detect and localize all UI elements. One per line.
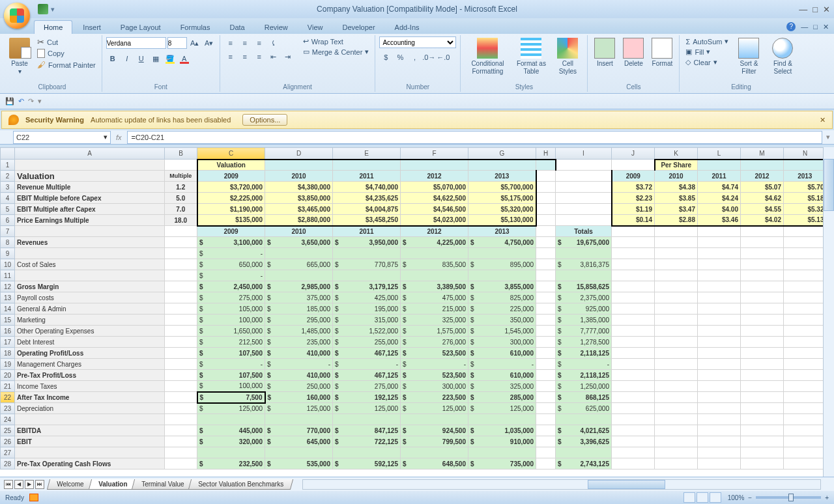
cell-G13[interactable]: $825,000	[468, 292, 536, 303]
cell-E25[interactable]: $847,125	[333, 425, 401, 436]
border-button[interactable]: ▦	[149, 52, 162, 65]
row-header-5[interactable]: 5	[1, 204, 15, 215]
decrease-decimal-button[interactable]: ←.0	[437, 51, 450, 64]
row-header-16[interactable]: 16	[1, 326, 15, 337]
formula-expand-icon[interactable]: ▾	[822, 133, 834, 141]
row-header-21[interactable]: 21	[1, 381, 15, 392]
cell-G23[interactable]: $125,000	[468, 403, 536, 414]
sheet-nav-prev[interactable]: ◀	[14, 480, 23, 489]
cell-C12[interactable]: $2,450,000	[197, 281, 265, 292]
cell-E28[interactable]: $592,125	[333, 458, 401, 469]
cell-E13[interactable]: $425,000	[333, 292, 401, 303]
cell-F8[interactable]: $4,225,000	[401, 237, 468, 248]
cell-C10[interactable]: $650,000	[197, 259, 265, 270]
col-header-J[interactable]: J	[612, 148, 655, 160]
cell-C17[interactable]: $212,500	[197, 337, 265, 348]
row-header-9[interactable]: 9	[1, 248, 15, 259]
cell-G14[interactable]: $225,000	[468, 303, 536, 315]
cell-E18[interactable]: $467,125	[333, 348, 401, 359]
cell-C24[interactable]	[197, 414, 265, 425]
cell-E23[interactable]: $125,000	[333, 403, 401, 414]
format-painter-button[interactable]: 🖌Format Painter	[35, 59, 98, 70]
cell-D14[interactable]: $185,000	[265, 303, 333, 315]
ribbon-restore-icon[interactable]: □	[813, 23, 818, 31]
align-center-button[interactable]: ≡	[238, 50, 252, 63]
page-layout-view-button[interactable]	[697, 492, 708, 503]
number-format-select[interactable]: Accounting	[379, 36, 456, 48]
cell-C25[interactable]: $445,000	[197, 425, 265, 436]
cell-G27[interactable]	[468, 447, 536, 458]
row-header-17[interactable]: 17	[1, 337, 15, 348]
format-as-table-button[interactable]: Format as Table	[513, 36, 549, 77]
cell-C8[interactable]: $3,100,000	[197, 237, 265, 248]
copy-button[interactable]: Copy	[35, 48, 98, 59]
comma-button[interactable]: ,	[408, 51, 421, 64]
cell-E10[interactable]: $770,875	[333, 259, 401, 270]
row-header-13[interactable]: 13	[1, 292, 15, 303]
row-header-14[interactable]: 14	[1, 303, 15, 315]
cell-F27[interactable]	[401, 447, 468, 458]
row-header-12[interactable]: 12	[1, 281, 15, 292]
macro-record-icon[interactable]	[29, 494, 38, 501]
cell-D9[interactable]	[265, 248, 333, 259]
cell-F10[interactable]: $835,500	[401, 259, 468, 270]
percent-button[interactable]: %	[394, 51, 407, 64]
font-color-button[interactable]: A	[178, 52, 191, 65]
increase-decimal-button[interactable]: .0→	[422, 51, 435, 64]
zoom-in-button[interactable]: +	[825, 494, 829, 501]
cell-G17[interactable]: $300,000	[468, 337, 536, 348]
cell-F19[interactable]: $-	[401, 359, 468, 370]
close-button[interactable]: ✕	[823, 5, 830, 14]
increase-indent-button[interactable]: ⇥	[281, 50, 295, 63]
cell-C14[interactable]: $105,000	[197, 303, 265, 315]
security-options-button[interactable]: Options...	[242, 114, 287, 126]
fill-color-button[interactable]: 🪣	[164, 52, 177, 65]
cell-C13[interactable]: $275,000	[197, 292, 265, 303]
spreadsheet-grid[interactable]: ABCDEFGHIJKLMN1ValuationPer Share2Valuat…	[0, 147, 834, 477]
formula-input[interactable]: =C20-C21	[127, 131, 822, 144]
fx-icon[interactable]: fx	[116, 133, 122, 141]
row-header-23[interactable]: 23	[1, 403, 15, 414]
cell-C11[interactable]: $-	[197, 270, 265, 281]
row-header-10[interactable]: 10	[1, 259, 15, 270]
sheet-tab-welcome[interactable]: Welcome	[47, 479, 94, 490]
cell-G22[interactable]: $285,000	[468, 392, 536, 403]
cell-C23[interactable]: $125,000	[197, 403, 265, 414]
cell-G20[interactable]: $610,000	[468, 370, 536, 381]
decrease-font-button[interactable]: A▾	[203, 36, 216, 49]
cell-D23[interactable]: $125,000	[265, 403, 333, 414]
cell-F25[interactable]: $924,500	[401, 425, 468, 436]
cell-C22[interactable]: $7,500	[197, 392, 265, 403]
cell-E11[interactable]	[333, 270, 401, 281]
cell-D24[interactable]	[265, 414, 333, 425]
clear-button[interactable]: ◇Clear▾	[683, 57, 730, 67]
align-left-button[interactable]: ≡	[224, 50, 237, 63]
sort-filter-button[interactable]: Sort & Filter	[733, 36, 764, 77]
cell-C18[interactable]: $107,500	[197, 348, 265, 359]
cell-C26[interactable]: $320,000	[197, 436, 265, 447]
name-box[interactable]: C22▾	[13, 131, 111, 144]
cell-F28[interactable]: $648,500	[401, 458, 468, 469]
row-header-22[interactable]: 22	[1, 392, 15, 403]
normal-view-button[interactable]	[683, 492, 695, 503]
sheet-tab-sector-valuation-benchmarks[interactable]: Sector Valuation Benchmarks	[188, 479, 293, 490]
cell-D22[interactable]: $160,000	[265, 392, 333, 403]
conditional-formatting-button[interactable]: Conditional Formatting	[465, 36, 510, 77]
cell-F18[interactable]: $523,500	[401, 348, 468, 359]
row-header-26[interactable]: 26	[1, 436, 15, 447]
help-icon[interactable]: ?	[786, 22, 796, 31]
col-header-K[interactable]: K	[655, 148, 698, 160]
tab-formulas[interactable]: Formulas	[171, 21, 220, 34]
cell-C19[interactable]: $-	[197, 359, 265, 370]
cell-E20[interactable]: $467,125	[333, 370, 401, 381]
delete-button[interactable]: Delete	[620, 36, 646, 69]
cell-G11[interactable]	[468, 270, 536, 281]
underline-button[interactable]: U	[135, 52, 148, 65]
tab-view[interactable]: View	[298, 21, 332, 34]
cell-F14[interactable]: $215,000	[401, 303, 468, 315]
insert-button[interactable]: Insert	[592, 36, 618, 69]
col-header-H[interactable]: H	[536, 148, 556, 160]
sheet-nav-first[interactable]: ⏮	[4, 480, 13, 489]
cell-G24[interactable]	[468, 414, 536, 425]
maximize-button[interactable]: □	[812, 5, 818, 14]
